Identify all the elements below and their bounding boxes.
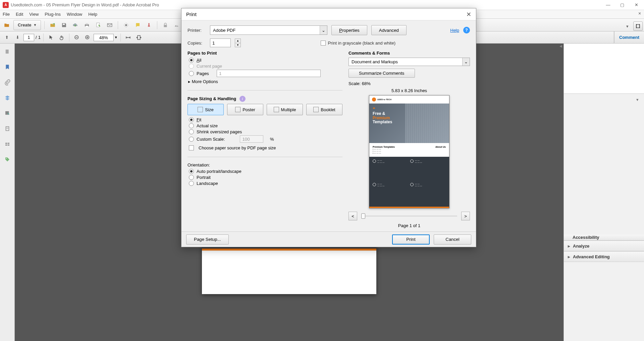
spinner-down-icon[interactable]: ▼ — [235, 43, 240, 47]
expand-panel-icon[interactable] — [633, 21, 643, 31]
custom-scale-input[interactable] — [240, 135, 263, 143]
radio-current-page[interactable] — [189, 64, 194, 69]
open-icon[interactable] — [2, 20, 11, 30]
radio-shrink[interactable] — [189, 129, 194, 134]
pane-dropdown-icon[interactable]: ▾ — [636, 97, 639, 102]
preview-slider[interactable] — [361, 215, 457, 217]
menu-edit[interactable]: Edit — [16, 12, 23, 17]
tools-dropdown-icon[interactable]: ▾ — [623, 21, 632, 31]
properties-button[interactable]: PPropertiesroperties — [331, 25, 367, 35]
comments-forms-heading: Comments & Forms — [348, 51, 470, 56]
page-up-icon[interactable]: ⬆ — [2, 33, 11, 42]
slider-thumb[interactable] — [361, 213, 365, 219]
menu-file[interactable]: File — [3, 12, 10, 17]
radio-pages-label: Pages — [197, 71, 209, 76]
close-document-icon[interactable]: × — [637, 11, 643, 17]
preview-prev-button[interactable]: < — [348, 212, 357, 220]
preview-next-button[interactable]: > — [461, 212, 470, 220]
hand-tool-icon[interactable] — [57, 33, 66, 42]
tab-size[interactable]: Size — [187, 104, 224, 115]
menu-plugins[interactable]: Plug-Ins — [45, 12, 61, 17]
grayscale-checkbox-row[interactable]: Print in grayscale (black and white) — [321, 41, 395, 46]
copies-spinner[interactable]: ▲▼ — [235, 39, 241, 47]
page-down-icon[interactable]: ⬇ — [13, 33, 22, 42]
cloud-icon[interactable] — [71, 20, 80, 30]
app-icon: A — [3, 2, 9, 8]
comments-forms-select[interactable]: Document and Markups ⌄ — [348, 58, 470, 66]
paper-source-checkbox[interactable] — [189, 145, 194, 150]
printer-select[interactable]: Adobe PDF ⌄ — [210, 25, 327, 35]
attachments-icon[interactable] — [3, 78, 12, 87]
menu-window[interactable]: Window — [67, 12, 82, 17]
save-icon[interactable] — [59, 20, 69, 30]
form-icon[interactable] — [3, 139, 12, 149]
menu-help[interactable]: Help — [88, 12, 97, 17]
zoom-in-icon[interactable] — [83, 33, 92, 42]
folder-icon[interactable] — [48, 20, 57, 30]
section-analyze[interactable]: Analyze — [564, 241, 644, 251]
preview-page-indicator: Page 1 of 1 — [398, 223, 421, 228]
layers-icon[interactable] — [3, 93, 12, 103]
radio-fit[interactable] — [189, 117, 194, 122]
menu-view[interactable]: View — [29, 12, 39, 17]
zoom-dropdown-icon[interactable]: ▼ — [114, 36, 118, 39]
zoom-level[interactable]: 48% — [94, 34, 114, 41]
pv-about-heading: About Us — [435, 146, 446, 148]
spinner-up-icon[interactable]: ▲ — [235, 39, 240, 43]
grayscale-label: Print in grayscale (black and white) — [328, 41, 395, 46]
edit-doc-icon[interactable] — [94, 20, 103, 30]
section-advanced-editing[interactable]: Advanced Editing — [564, 251, 644, 262]
page-setup-button[interactable]: Page Setup... — [186, 234, 229, 245]
radio-all[interactable] — [189, 58, 194, 63]
lock-icon[interactable] — [161, 20, 170, 30]
tags-icon[interactable] — [3, 155, 12, 164]
scale-value: 68% — [362, 81, 371, 86]
print-icon[interactable] — [82, 20, 92, 30]
thumbnails-icon[interactable] — [3, 47, 12, 56]
selection-tool-icon[interactable] — [46, 33, 56, 42]
bookmarks-icon[interactable] — [3, 62, 12, 72]
sign-icon[interactable] — [172, 20, 181, 30]
maximize-button[interactable]: ▢ — [617, 2, 627, 7]
summarize-comments-button[interactable]: Summarize Comments — [348, 69, 415, 78]
advanced-button[interactable]: Advanced — [371, 25, 407, 35]
radio-all-label: All — [197, 58, 201, 63]
signatures-icon[interactable] — [3, 109, 12, 118]
cancel-button[interactable]: Cancel — [434, 234, 471, 245]
radio-auto-orient[interactable] — [189, 169, 194, 174]
tab-multiple[interactable]: Multiple — [267, 104, 303, 115]
page-panel-icon[interactable] — [3, 124, 12, 133]
help-icon[interactable]: ? — [463, 27, 470, 33]
stamp-icon[interactable] — [144, 20, 154, 30]
zoom-out-icon[interactable] — [72, 33, 82, 42]
fit-width-icon[interactable] — [123, 33, 133, 42]
info-icon[interactable]: i — [239, 96, 246, 102]
svg-point-6 — [125, 24, 127, 26]
radio-custom-scale[interactable] — [189, 137, 194, 142]
fit-page-icon[interactable] — [134, 33, 144, 42]
collapse-arrow-icon[interactable]: ◀ — [559, 44, 562, 48]
radio-pages[interactable] — [189, 71, 194, 76]
minimize-button[interactable]: — — [603, 2, 613, 7]
chevron-down-icon: ⌄ — [320, 26, 327, 35]
dialog-close-icon[interactable]: ✕ — [466, 11, 471, 18]
tab-poster[interactable]: Poster — [227, 104, 263, 115]
grayscale-checkbox[interactable] — [321, 41, 326, 46]
radio-actual-size[interactable] — [189, 123, 194, 128]
pages-range-input[interactable] — [217, 70, 321, 77]
page-number-input[interactable] — [23, 34, 34, 41]
radio-portrait[interactable] — [189, 175, 194, 180]
print-button[interactable]: Print — [392, 234, 430, 245]
help-link[interactable]: Help — [450, 28, 459, 33]
comment-bubble-icon[interactable] — [133, 20, 142, 30]
email-icon[interactable] — [105, 20, 114, 30]
radio-landscape[interactable] — [189, 181, 194, 186]
more-options-toggle[interactable]: More Options — [188, 79, 342, 84]
section-accessibility[interactable]: Accessibility — [564, 234, 644, 241]
tab-comment[interactable]: Comment — [614, 31, 644, 44]
tab-booklet[interactable]: Booklet — [306, 104, 342, 115]
close-button[interactable]: ✕ — [631, 2, 641, 7]
create-button[interactable]: Create▼ — [13, 20, 41, 30]
copies-input[interactable] — [210, 39, 231, 47]
gear-icon[interactable] — [121, 20, 131, 30]
